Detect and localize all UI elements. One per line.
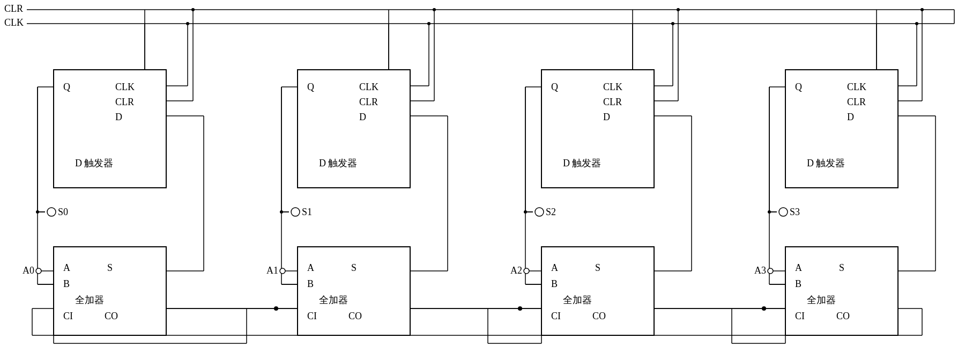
svg-text:S: S <box>351 262 357 273</box>
svg-point-136 <box>280 268 285 274</box>
svg-text:A: A <box>551 262 558 273</box>
svg-point-133 <box>36 268 41 274</box>
svg-rect-111 <box>298 247 410 335</box>
svg-point-59 <box>535 208 544 216</box>
svg-text:D 触发器: D 触发器 <box>75 158 114 168</box>
svg-text:S: S <box>595 262 600 273</box>
svg-point-157 <box>762 306 766 311</box>
svg-rect-125 <box>785 247 898 335</box>
svg-text:D: D <box>359 112 366 122</box>
svg-text:CLR: CLR <box>847 97 866 107</box>
svg-text:Q: Q <box>63 82 70 92</box>
svg-text:B: B <box>551 278 558 289</box>
svg-point-158 <box>186 22 189 25</box>
clk-label: CLK <box>4 17 24 28</box>
svg-text:CI: CI <box>63 311 73 321</box>
svg-text:CO: CO <box>592 311 606 321</box>
svg-point-142 <box>768 268 773 274</box>
svg-text:CI: CI <box>551 311 561 321</box>
svg-point-162 <box>671 22 674 25</box>
svg-text:全加器: 全加器 <box>807 295 836 305</box>
svg-point-139 <box>524 268 529 274</box>
svg-text:S1: S1 <box>302 207 312 217</box>
svg-text:CO: CO <box>105 311 118 321</box>
svg-text:D 触发器: D 触发器 <box>563 158 602 168</box>
svg-text:CLK: CLK <box>603 82 622 92</box>
svg-text:D: D <box>603 112 610 122</box>
svg-text:A3: A3 <box>754 265 766 276</box>
svg-rect-17 <box>298 70 410 188</box>
svg-text:B: B <box>63 278 70 289</box>
svg-text:CLK: CLK <box>115 82 135 92</box>
svg-text:CLK: CLK <box>847 82 866 92</box>
svg-text:D: D <box>847 112 854 122</box>
svg-point-165 <box>920 8 924 11</box>
svg-rect-29 <box>785 70 898 188</box>
svg-rect-104 <box>54 247 166 335</box>
svg-text:CLR: CLR <box>115 97 134 107</box>
svg-text:D: D <box>115 112 122 122</box>
svg-text:S0: S0 <box>58 207 68 217</box>
svg-text:A2: A2 <box>510 265 522 276</box>
svg-text:Q: Q <box>551 82 558 92</box>
svg-text:全加器: 全加器 <box>563 295 592 305</box>
svg-text:CO: CO <box>836 311 850 321</box>
svg-rect-11 <box>54 70 166 188</box>
svg-text:Q: Q <box>795 82 802 92</box>
svg-text:Q: Q <box>307 82 314 92</box>
circuit-diagram: CLR CLK Q CLK CLR D D 触发器 Q CLK CLR D D … <box>0 0 980 360</box>
svg-text:D 触发器: D 触发器 <box>319 158 358 168</box>
svg-point-53 <box>47 208 56 216</box>
svg-text:A0: A0 <box>23 265 34 276</box>
svg-text:B: B <box>795 278 801 289</box>
svg-text:S: S <box>839 262 844 273</box>
svg-text:CLK: CLK <box>359 82 378 92</box>
svg-text:CO: CO <box>348 311 362 321</box>
clr-label: CLR <box>4 3 23 14</box>
svg-text:A: A <box>63 262 70 273</box>
svg-text:CI: CI <box>795 311 805 321</box>
svg-text:CLR: CLR <box>603 97 622 107</box>
svg-point-62 <box>779 208 788 216</box>
svg-point-160 <box>427 22 430 25</box>
svg-point-159 <box>191 8 195 11</box>
svg-point-56 <box>291 208 300 216</box>
svg-text:S: S <box>107 262 113 273</box>
svg-point-161 <box>433 8 436 11</box>
svg-rect-118 <box>541 247 654 335</box>
svg-text:S3: S3 <box>790 207 800 217</box>
svg-point-156 <box>518 306 522 311</box>
svg-rect-23 <box>541 70 654 188</box>
svg-text:S2: S2 <box>546 207 556 217</box>
svg-text:A: A <box>795 262 802 273</box>
svg-text:CI: CI <box>307 311 317 321</box>
svg-text:CLR: CLR <box>359 97 378 107</box>
svg-point-163 <box>677 8 680 11</box>
svg-text:全加器: 全加器 <box>319 295 348 305</box>
svg-text:B: B <box>307 278 314 289</box>
svg-text:全加器: 全加器 <box>75 295 104 305</box>
svg-text:A1: A1 <box>266 265 278 276</box>
svg-text:D 触发器: D 触发器 <box>807 158 845 168</box>
svg-point-155 <box>274 306 278 311</box>
svg-point-164 <box>915 22 918 25</box>
svg-text:A: A <box>307 262 314 273</box>
